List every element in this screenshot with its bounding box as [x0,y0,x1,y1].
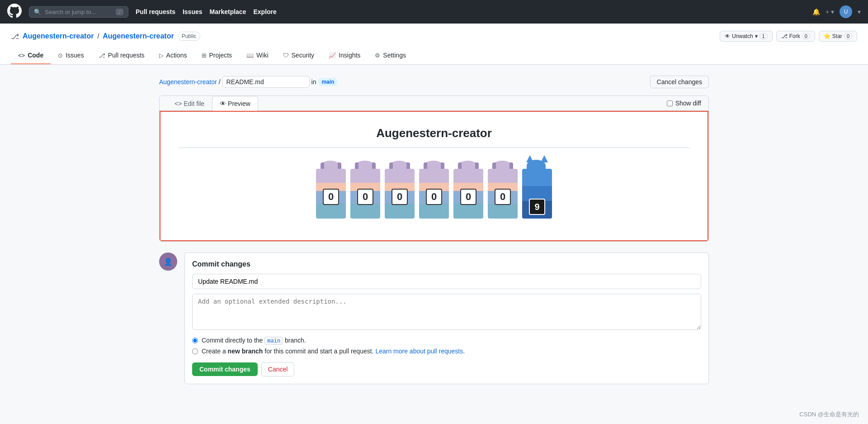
github-logo[interactable] [7,4,22,20]
wiki-icon: 📖 [246,52,254,59]
search-icon: 🔍 [34,9,41,15]
preview-title: Augenestern-creator [179,126,689,148]
notification-icon[interactable]: 🔔 [812,8,820,15]
tab-insights[interactable]: 📈 Insights [321,47,368,64]
preview-eye-icon: 👁 [220,100,226,107]
tab-edit-file[interactable]: <> Edit file [167,96,212,111]
projects-icon: ⊞ [202,52,207,59]
nav-marketplace[interactable]: Marketplace [210,8,246,15]
public-badge: Public [178,32,201,41]
code-icon: <> [18,52,25,59]
repo-actions: 👁 Unwatch ▾ 1 ⎇ Fork 0 ⭐ Star 0 [720,31,857,42]
top-nav-links: Pull requests Issues Marketplace Explore [136,8,277,15]
counter-num-5: 0 [460,189,476,205]
search-placeholder: Search or jump to... [45,9,96,15]
commit-description-textarea[interactable] [192,294,701,330]
repo-owner-link[interactable]: Augenestern-creator [23,32,94,40]
settings-icon: ⚙ [375,52,380,59]
branch-badge: main [318,78,338,86]
fork-button[interactable]: ⎇ Fork 0 [776,31,815,42]
breadcrumb-sep: / [219,78,221,86]
show-diff-area: Show diff [667,100,701,107]
new-item-button[interactable]: + ▾ [826,8,834,15]
special-counter-num: 9 [529,199,545,215]
counter-figure-4: 0 [418,164,450,219]
tab-security[interactable]: 🛡 Security [276,47,322,64]
commit-options: Commit directly to the main branch. Crea… [192,337,701,355]
file-header-row: Augenestern-creator / in main Cancel cha… [159,76,709,88]
breadcrumb-filename [222,76,310,88]
issues-icon: ⊙ [58,52,63,59]
star-icon: ⭐ [824,33,830,39]
repo-name-link[interactable]: Augenestern-creator [103,32,174,40]
pr-icon: ⎇ [99,52,105,59]
repo-header: ⎇ Augenestern-creator / Augenestern-crea… [0,24,868,65]
counter-figure-6: 0 [486,164,519,219]
preview-images: 0 0 0 [179,157,689,226]
counter-char-2: 0 [350,169,380,219]
nav-issues[interactable]: Issues [183,8,203,15]
commit-new-branch-radio[interactable] [192,348,198,354]
fork-icon: ⎇ [781,33,788,39]
search-kbd: / [116,9,123,15]
show-diff-checkbox[interactable] [667,100,673,106]
tab-preview[interactable]: 👁 Preview [212,96,258,111]
counter-char-4: 0 [419,169,449,219]
main-content: Augenestern-creator / in main Cancel cha… [145,65,723,395]
filename-input[interactable] [222,76,310,88]
breadcrumb-owner[interactable]: Augenestern-creator [159,78,217,86]
commit-changes-button[interactable]: Commit changes [192,362,258,376]
security-icon: 🛡 [283,52,289,59]
breadcrumb: Augenestern-creator / in main [159,76,338,88]
learn-more-link[interactable]: Learn more about pull requests [375,348,463,355]
insights-icon: 📈 [329,52,336,59]
counter-figure-special: 9 [521,164,553,219]
commit-cancel-button[interactable]: Cancel [261,362,295,376]
commit-form-box: Commit changes Commit directly to the ma… [184,252,709,384]
tab-code[interactable]: <> Code [11,47,51,64]
tab-projects[interactable]: ⊞ Projects [194,47,240,64]
nav-pull-requests[interactable]: Pull requests [136,8,175,15]
repo-title-row: ⎇ Augenestern-creator / Augenestern-crea… [11,31,857,42]
counter-num-6: 0 [495,189,511,205]
counter-figure-1: 0 [315,164,347,219]
tab-issues[interactable]: ⊙ Issues [51,47,91,64]
cancel-changes-button[interactable]: Cancel changes [650,76,709,88]
star-button[interactable]: ⭐ Star 0 [819,31,857,42]
commit-avatar: 👤 [159,252,177,271]
nav-right-actions: 🔔 + ▾ U ▾ [812,5,861,18]
tab-pull-requests[interactable]: ⎇ Pull requests [91,47,152,64]
counter-figure-2: 0 [349,164,382,219]
counter-figure-5: 0 [452,164,485,219]
in-label: in [311,78,316,86]
repo-icon: ⎇ [11,32,19,41]
nav-explore[interactable]: Explore [253,8,276,15]
editor-tab-group: <> Edit file 👁 Preview [167,96,258,110]
repo-tab-nav: <> Code ⊙ Issues ⎇ Pull requests ▷ Actio… [11,47,857,64]
tab-actions[interactable]: ▷ Actions [152,47,194,64]
actions-icon: ▷ [159,52,164,59]
counter-num-4: 0 [426,189,442,205]
tab-wiki[interactable]: 📖 Wiki [239,47,275,64]
commit-new-branch-option: Create a new branch for this commit and … [192,348,701,355]
special-char: 9 [522,169,552,219]
repo-separator: / [97,33,99,40]
commit-section-title: Commit changes [192,260,701,268]
user-avatar[interactable]: U [840,5,852,18]
commit-new-branch-label: Create a new branch for this commit and … [202,348,465,355]
edit-icon: <> [175,100,182,107]
unwatch-button[interactable]: 👁 Unwatch ▾ 1 [720,31,773,42]
commit-summary-input[interactable] [192,274,701,289]
show-diff-label[interactable]: Show diff [675,100,701,107]
counter-figure-3: 0 [383,164,416,219]
counter-char-3: 0 [385,169,415,219]
commit-direct-radio[interactable] [192,338,198,343]
counter-char-5: 0 [453,169,483,219]
counter-char-6: 0 [488,169,518,219]
avatar-chevron[interactable]: ▾ [858,8,861,15]
search-box[interactable]: 🔍 Search or jump to... / [29,6,128,18]
tab-settings[interactable]: ⚙ Settings [368,47,413,64]
editor-tab-bar: <> Edit file 👁 Preview Show diff [160,96,708,111]
commit-direct-option: Commit directly to the main branch. [192,337,701,344]
counter-num-2: 0 [357,189,373,205]
